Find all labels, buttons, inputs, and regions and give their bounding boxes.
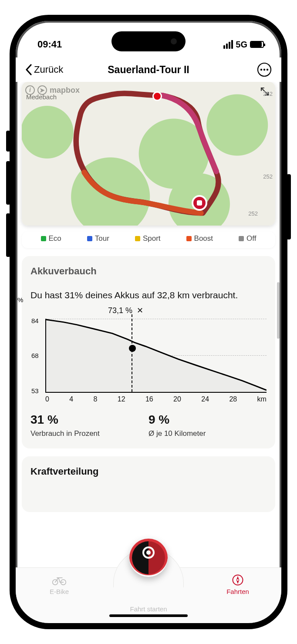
stats-row: 31 % Verbrauch in Prozent 9 % Ø je 10 Ki…: [30, 413, 267, 438]
route-end-marker: [192, 195, 207, 211]
scroll-indicator[interactable]: [277, 282, 280, 339]
road-label: 252: [263, 173, 273, 180]
chart-cursor[interactable]: [132, 314, 132, 392]
start-ride-fab[interactable]: [129, 539, 168, 577]
home-indicator[interactable]: [109, 614, 188, 617]
tab-label: E-Bike: [50, 588, 69, 595]
network-label: 5G: [236, 40, 247, 50]
legend-item: Off: [239, 234, 256, 243]
more-button[interactable]: [257, 62, 272, 77]
svg-point-1: [260, 69, 262, 71]
tab-ebike[interactable]: E-Bike: [33, 574, 85, 595]
card-title: Akkuverbauch: [30, 266, 267, 277]
battery-chart[interactable]: 73,1 % ✕ % 84 68 53: [30, 306, 267, 403]
back-label: Zurück: [34, 64, 63, 75]
legend-item: Eco: [41, 234, 61, 243]
tooltip-value: 73,1 %: [108, 306, 132, 315]
bike-icon: [52, 574, 67, 586]
legend-item: Sport: [135, 234, 161, 243]
page-title: Sauerland-Tour II: [108, 64, 189, 76]
chart-line: [46, 319, 267, 392]
assist-mode-legend: Eco Tour Sport Boost Off: [22, 232, 275, 248]
legend-item: Tour: [87, 234, 109, 243]
route-map[interactable]: i ➤ mapbox Medebach 252 252 252: [22, 82, 275, 226]
compass-icon: [230, 574, 245, 586]
stat-value: 31 %: [30, 413, 148, 427]
road-label: 252: [263, 91, 273, 97]
svg-point-2: [263, 69, 265, 71]
route-start-marker: [152, 91, 162, 101]
route-path: [22, 82, 275, 226]
dynamic-island: [111, 31, 186, 51]
signal-icon: [223, 40, 233, 49]
record-icon: [142, 546, 155, 559]
stat-label: Ø je 10 Kilometer: [148, 429, 267, 438]
status-time: 09:41: [37, 39, 62, 50]
y-unit: %: [17, 296, 23, 303]
y-tick: 68: [31, 352, 39, 359]
back-button[interactable]: Zurück: [25, 64, 63, 75]
tab-label: Fahrten: [226, 588, 249, 595]
map-city-label: Medebach: [26, 93, 57, 101]
svg-point-7: [237, 579, 239, 581]
stat-value: 9 %: [148, 413, 267, 427]
tab-start-ride-label: Fahrt starten: [130, 605, 167, 613]
stat-label: Verbrauch in Prozent: [30, 429, 148, 438]
chart-tooltip: 73,1 % ✕: [108, 306, 143, 315]
y-tick: 84: [31, 317, 39, 324]
card-title: Kraftverteilung: [30, 466, 267, 477]
battery-icon: [250, 41, 264, 48]
power-distribution-card: Kraftverteilung: [22, 456, 275, 512]
phone-frame: 09:41 5G Zurück Sauerland-Tour II i: [10, 15, 287, 629]
chevron-left-icon: [25, 64, 32, 75]
legend-item: Boost: [186, 234, 213, 243]
svg-point-3: [267, 69, 268, 71]
tab-rides[interactable]: Fahrten: [212, 574, 264, 595]
nav-bar: Zurück Sauerland-Tour II: [16, 57, 281, 82]
y-tick: 53: [31, 387, 39, 394]
road-label: 252: [248, 210, 258, 217]
battery-usage-card: Akkuverbauch Du hast 31% deines Akkus au…: [22, 256, 275, 448]
close-tooltip-button[interactable]: ✕: [137, 306, 143, 315]
x-axis: 0 4 8 12 16 20 24 28 km: [45, 395, 267, 403]
card-subhead: Du hast 31% deines Akkus auf 32,8 km ver…: [30, 289, 267, 301]
